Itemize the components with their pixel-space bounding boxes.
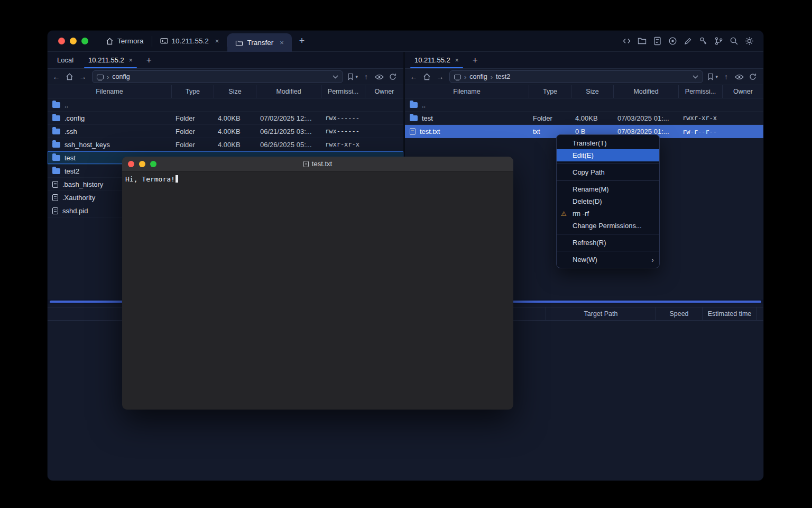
refresh-icon[interactable] bbox=[386, 70, 399, 83]
file-name: test2 bbox=[64, 167, 79, 175]
menu-item-delete[interactable]: Delete(D) bbox=[557, 195, 659, 207]
menu-item-edit[interactable]: Edit(E) bbox=[557, 149, 659, 161]
close-icon[interactable]: × bbox=[129, 57, 133, 64]
table-row[interactable]: .. bbox=[48, 98, 403, 112]
column-header-permissions[interactable]: Permissi... bbox=[678, 85, 722, 98]
show-hidden-eye-icon[interactable] bbox=[373, 70, 386, 83]
editor-zoom-button[interactable] bbox=[150, 161, 156, 167]
search-icon[interactable] bbox=[729, 37, 739, 46]
computer-icon bbox=[97, 75, 104, 79]
home-icon[interactable] bbox=[63, 70, 76, 83]
report-icon[interactable] bbox=[652, 37, 662, 46]
left-path-field[interactable]: › config bbox=[92, 70, 343, 83]
home-icon[interactable] bbox=[420, 70, 433, 83]
menu-item-refresh[interactable]: Refresh(R) bbox=[557, 237, 659, 249]
editor-titlebar[interactable]: test.txt bbox=[122, 157, 513, 171]
column-header-modified[interactable]: Modified bbox=[613, 85, 678, 98]
record-icon[interactable] bbox=[668, 37, 677, 46]
text-cursor bbox=[176, 175, 178, 183]
folder-icon bbox=[410, 102, 418, 108]
column-header-filename[interactable]: Filename bbox=[48, 85, 171, 98]
table-row[interactable]: ssh_host_keys Folder 4.00KB 06/26/2025 0… bbox=[48, 138, 403, 151]
close-icon[interactable]: × bbox=[455, 57, 459, 64]
key-icon[interactable] bbox=[698, 37, 708, 46]
column-header-size[interactable]: Size bbox=[214, 85, 256, 98]
forward-icon[interactable]: → bbox=[76, 70, 89, 83]
table-row[interactable]: test Folder 4.00KB 07/03/2025 01:... rwx… bbox=[405, 112, 763, 125]
titlebar: Termora 10.211.55.2 × Transfer × + bbox=[48, 31, 763, 52]
menu-separator bbox=[557, 164, 659, 164]
forward-icon[interactable]: → bbox=[433, 70, 447, 83]
column-header-speed[interactable]: Speed bbox=[656, 307, 702, 320]
new-tab-button[interactable]: + bbox=[292, 31, 312, 52]
chevron-down-icon[interactable] bbox=[693, 75, 698, 79]
close-icon[interactable]: × bbox=[215, 37, 219, 45]
parent-directory-icon[interactable]: ↑ bbox=[359, 70, 373, 83]
menu-item-new-label: New(W) bbox=[573, 256, 597, 264]
tab-termora[interactable]: Termora bbox=[98, 31, 152, 52]
column-header-size[interactable]: Size bbox=[571, 85, 613, 98]
column-header-estimated-time[interactable]: Estimated time bbox=[702, 307, 756, 320]
menu-item-transfer[interactable]: Transfer(T) bbox=[557, 137, 659, 149]
column-header-filename[interactable]: Filename bbox=[405, 85, 529, 98]
column-header-owner[interactable]: Owner bbox=[365, 85, 403, 98]
menu-item-copy-path[interactable]: Copy Path bbox=[557, 166, 659, 178]
minimize-window-button[interactable] bbox=[70, 38, 77, 44]
tab-host-10-211-55-2[interactable]: 10.211.55.2 × bbox=[152, 31, 227, 52]
column-header-target-path[interactable]: Target Path bbox=[546, 307, 656, 320]
right-new-tab-button[interactable]: + bbox=[466, 55, 484, 66]
left-pane-tabbar: Local 10.211.55.2 × + bbox=[48, 52, 403, 69]
column-header-type[interactable]: Type bbox=[171, 85, 214, 98]
folder-icon[interactable] bbox=[637, 37, 647, 46]
menu-item-change-permissions[interactable]: Change Permissions... bbox=[557, 220, 659, 232]
titlebar-tabs: Termora 10.211.55.2 × Transfer × + bbox=[98, 31, 312, 52]
chevron-down-icon[interactable] bbox=[333, 75, 338, 79]
left-tab-host[interactable]: 10.211.55.2 × bbox=[81, 52, 140, 68]
code-icon[interactable] bbox=[622, 37, 631, 46]
right-tab-host[interactable]: 10.211.55.2 × bbox=[407, 52, 466, 68]
menu-item-rm-rf[interactable]: ⚠ rm -rf bbox=[557, 207, 659, 220]
transfer-tab-icon bbox=[235, 39, 243, 46]
branch-icon[interactable] bbox=[714, 37, 723, 46]
path-segment[interactable]: config bbox=[469, 73, 487, 80]
termora-window: Termora 10.211.55.2 × Transfer × + bbox=[48, 31, 763, 480]
bookmark-button[interactable]: ▾ bbox=[346, 73, 359, 80]
folder-icon bbox=[52, 129, 60, 134]
settings-icon[interactable] bbox=[744, 37, 754, 46]
tab-transfer[interactable]: Transfer × bbox=[227, 33, 291, 52]
refresh-icon[interactable] bbox=[746, 70, 759, 83]
left-new-tab-button[interactable]: + bbox=[140, 55, 158, 66]
show-hidden-eye-icon[interactable] bbox=[733, 70, 746, 83]
parent-directory-icon[interactable]: ↑ bbox=[719, 70, 733, 83]
path-separator: › bbox=[464, 73, 466, 81]
path-separator: › bbox=[491, 73, 493, 81]
table-row[interactable]: .. bbox=[405, 98, 763, 112]
right-path-field[interactable]: › config › test2 bbox=[449, 70, 703, 83]
file-icon bbox=[410, 128, 416, 135]
edit-icon[interactable] bbox=[683, 37, 693, 46]
column-header-modified[interactable]: Modified bbox=[256, 85, 321, 98]
close-icon[interactable]: × bbox=[280, 39, 284, 47]
column-header-owner[interactable]: Owner bbox=[722, 85, 763, 98]
close-window-button[interactable] bbox=[58, 38, 65, 44]
column-header-permissions[interactable]: Permissi... bbox=[321, 85, 365, 98]
back-icon[interactable]: ← bbox=[407, 70, 420, 83]
bookmark-button[interactable]: ▾ bbox=[706, 73, 719, 80]
editor-content[interactable]: Hi, Termora! bbox=[122, 171, 513, 410]
back-icon[interactable]: ← bbox=[50, 70, 63, 83]
menu-item-rename[interactable]: Rename(M) bbox=[557, 183, 659, 195]
editor-close-button[interactable] bbox=[128, 161, 134, 167]
table-row[interactable]: .config Folder 4.00KB 07/02/2025 12:... … bbox=[48, 112, 403, 125]
table-row[interactable]: .ssh Folder 4.00KB 06/21/2025 03:... rwx… bbox=[48, 125, 403, 138]
zoom-window-button[interactable] bbox=[81, 38, 88, 44]
menu-item-new[interactable]: New(W) › bbox=[557, 253, 659, 266]
path-segment[interactable]: config bbox=[112, 73, 130, 80]
file-name: ssh_host_keys bbox=[64, 141, 110, 149]
column-header-type[interactable]: Type bbox=[529, 85, 571, 98]
folder-icon bbox=[52, 168, 60, 174]
left-tab-local[interactable]: Local bbox=[50, 52, 81, 68]
path-segment[interactable]: test2 bbox=[496, 73, 510, 80]
menu-item-rm-rf-label: rm -rf bbox=[573, 210, 589, 217]
editor-title: test.txt bbox=[122, 160, 513, 168]
editor-minimize-button[interactable] bbox=[139, 161, 145, 167]
